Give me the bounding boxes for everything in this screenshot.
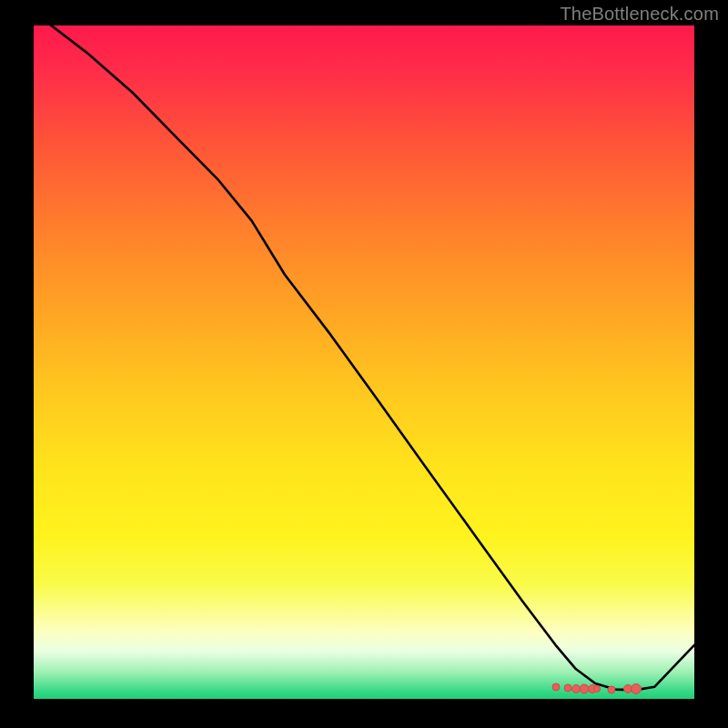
- curve-path: [34, 12, 694, 690]
- chart-root: TheBottleneck.com: [0, 0, 728, 728]
- attribution-label: TheBottleneck.com: [560, 4, 719, 25]
- plot-area: [34, 25, 694, 699]
- line-series: [34, 25, 694, 699]
